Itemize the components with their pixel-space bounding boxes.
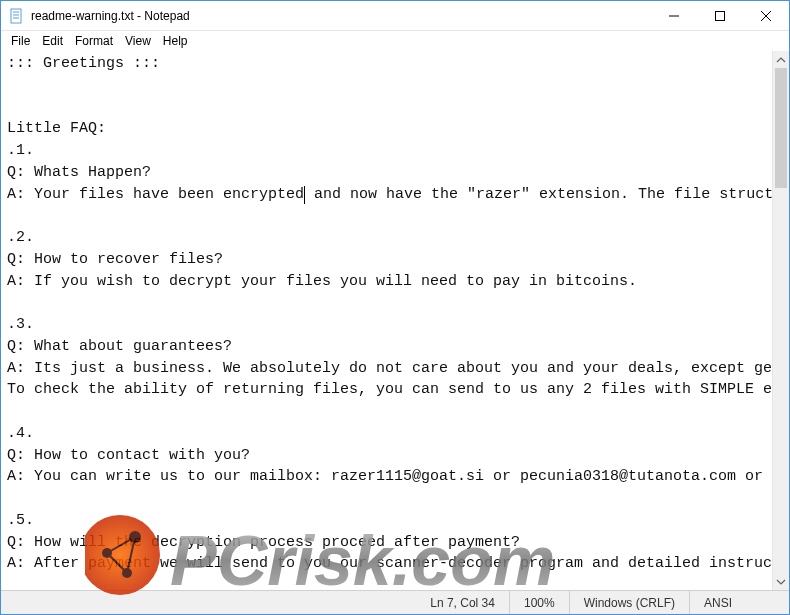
text-line: and now have the "razer" extension. The … xyxy=(305,186,772,203)
menu-view[interactable]: View xyxy=(119,33,157,49)
svg-rect-0 xyxy=(11,9,21,23)
text-line: Q: Whats Happen? xyxy=(7,164,151,181)
text-line: .4. xyxy=(7,425,34,442)
text-line: Q: How will the decryption process proce… xyxy=(7,534,520,551)
menu-help[interactable]: Help xyxy=(157,33,194,49)
minimize-button[interactable] xyxy=(651,1,697,30)
svg-rect-5 xyxy=(716,11,725,20)
text-line: To check the ability of returning files,… xyxy=(7,381,772,398)
text-line: A: You can write us to our mailbox: raze… xyxy=(7,468,772,485)
text-line: Q: How to contact with you? xyxy=(7,447,250,464)
status-zoom: 100% xyxy=(509,591,569,614)
menu-edit[interactable]: Edit xyxy=(36,33,69,49)
status-line-ending: Windows (CRLF) xyxy=(569,591,689,614)
text-line: .3. xyxy=(7,316,34,333)
notepad-window: readme-warning.txt - Notepad File Edit F… xyxy=(0,0,790,615)
vertical-scrollbar[interactable] xyxy=(772,51,789,590)
text-editor[interactable]: ::: Greetings ::: Little FAQ: .1. Q: Wha… xyxy=(1,51,772,590)
scroll-up-button[interactable] xyxy=(773,51,789,68)
scroll-track[interactable] xyxy=(773,68,789,573)
scroll-down-button[interactable] xyxy=(773,573,789,590)
notepad-icon xyxy=(9,8,25,24)
window-title: readme-warning.txt - Notepad xyxy=(31,9,651,23)
text-line: .2. xyxy=(7,229,34,246)
statusbar: Ln 7, Col 34 100% Windows (CRLF) ANSI xyxy=(1,590,789,614)
window-controls xyxy=(651,1,789,30)
text-line: A: If you wish to decrypt your files you… xyxy=(7,273,637,290)
text-line: ::: Greetings ::: xyxy=(7,55,160,72)
close-button[interactable] xyxy=(743,1,789,30)
text-line: Q: How to recover files? xyxy=(7,251,223,268)
editor-area: ::: Greetings ::: Little FAQ: .1. Q: Wha… xyxy=(1,51,789,590)
text-line: A: Its just a business. We absolutely do… xyxy=(7,360,772,377)
scroll-thumb[interactable] xyxy=(775,68,787,188)
status-position: Ln 7, Col 34 xyxy=(416,591,509,614)
status-encoding: ANSI xyxy=(689,591,789,614)
text-line: Q: What about guarantees? xyxy=(7,338,232,355)
text-line: .1. xyxy=(7,142,34,159)
menubar: File Edit Format View Help xyxy=(1,31,789,51)
text-line: Little FAQ: xyxy=(7,120,106,137)
menu-file[interactable]: File xyxy=(5,33,36,49)
text-line: A: After payment we will send to you our… xyxy=(7,555,772,572)
text-line: .5. xyxy=(7,512,34,529)
text-line: A: Your files have been encrypted xyxy=(7,186,304,203)
titlebar[interactable]: readme-warning.txt - Notepad xyxy=(1,1,789,31)
menu-format[interactable]: Format xyxy=(69,33,119,49)
maximize-button[interactable] xyxy=(697,1,743,30)
